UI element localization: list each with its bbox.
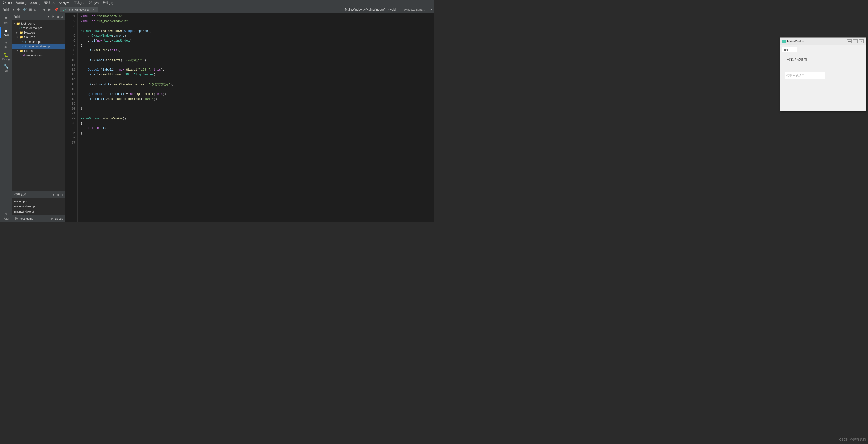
arrow-sources: ▼ [16,36,19,38]
menu-file[interactable]: 文件(F) [2,1,12,5]
arrow-root: ▼ [13,22,16,25]
menu-controls[interactable]: 控件(W) [88,1,99,5]
link-btn[interactable]: 🔗 [22,7,28,12]
sidebar-item-design[interactable]: ✦ 设计 [0,39,12,51]
arrow-forms: ▼ [16,50,19,52]
sidebar-label-help: 帮助 [4,217,9,221]
arrow-headers: ▶ [16,31,19,34]
expand-btn[interactable]: ⊞ [28,7,33,12]
main-layout: ⊞ 欢迎 ■ 编辑 ✦ 设计 🐛 Debug 🔧 项目 ? 帮助 项目 [0,13,434,222]
folder-icon-sources: 📁 [19,35,23,39]
open-doc-mainwindowcpp[interactable]: mainwindow.cpp [12,204,65,209]
panel-collapse-btn[interactable]: □ [60,15,63,19]
pro-icon: ⬡ [19,26,22,30]
sidebar-item-welcome[interactable]: ⊞ 欢迎 [0,15,12,26]
panel-expand-btn[interactable]: ⊞ [56,15,59,19]
project-dropdown-btn[interactable]: ▾ [12,7,16,12]
tree-item-headers[interactable]: ▶ 📁 Headers [12,30,65,35]
tree-item-root[interactable]: ▼ 📁 test_demo [12,21,65,26]
open-doc-label-3: mainwindow.ui [14,210,34,213]
sidebar-item-edit[interactable]: ■ 编辑 [0,27,12,38]
open-doc-label-2: mainwindow.cpp [14,204,36,208]
menu-edit[interactable]: 编辑(E) [16,1,26,5]
menu-help[interactable]: 帮助(H) [103,1,113,5]
tree-label-mainwindowui: mainwindow.ui [26,54,46,57]
sidebar-bottom: ? 帮助 [0,211,12,222]
project-panel-header: 项目 ▾ ⚙ ⊞ □ [12,13,65,20]
sidebar-label-welcome: 欢迎 [4,21,9,25]
sidebar-item-project[interactable]: 🔧 项目 [0,63,12,74]
cpp-icon-mainwindow: C++ [22,44,28,48]
tree-label-root: test_demo [21,22,35,25]
tree-label-sources: Sources [24,35,35,39]
welcome-icon: ⊞ [4,17,8,21]
editor-content[interactable]: 12345 678910 1112131415 1617181920 21222… [65,13,434,222]
open-docs-expand-btn[interactable]: ⊞ [56,193,59,196]
project-label: 项目 [1,7,11,12]
filter-btn[interactable]: ⚙ [16,7,21,12]
tree-label-maincpp: main.cpp [29,40,41,43]
panel-filter-btn[interactable]: ⚙ [51,15,55,19]
project-panel-title: 项目 [14,14,46,19]
sidebar-label-debug: Debug [2,58,10,61]
open-docs-title: 打开文档 [14,192,51,197]
menu-tools[interactable]: 工具(T) [74,1,84,5]
tree-item-pro[interactable]: ⬡ test_demo.pro [12,26,65,30]
tree-label-headers: Headers [24,31,35,34]
back-btn[interactable]: ◀ [42,7,46,12]
file-tree: ▼ 📁 test_demo ⬡ test_demo.pro ▶ 📁 Header… [12,20,65,191]
editor-panel: 12345 678910 1112131415 1617181920 21222… [65,13,434,222]
sidebar-item-help[interactable]: ? 帮助 [0,211,12,222]
tree-item-mainwindowui[interactable]: 🖌 mainwindow.ui [12,53,65,58]
ui-icon: 🖌 [22,54,25,57]
tree-item-mainwindowcpp[interactable]: C++ mainwindow.cpp [12,44,65,49]
toolbar-separator-2 [401,7,401,12]
arrow-icon-bottom: ▶ [52,217,54,220]
encoding-display: Windows (CRLF) [404,8,425,11]
toolbar: 项目 ▾ ⚙ 🔗 ⊞ □ ◀ ▶ 📌 C++ mainwindow.cpp ✕ … [0,6,434,13]
edit-icon: ■ [5,29,8,33]
tree-label-forms: Forms [24,49,33,53]
close-tab-btn[interactable]: ✕ [91,8,95,12]
sidebar-label-project: 项目 [4,69,9,73]
open-doc-maincpp[interactable]: main.cpp [12,199,65,204]
cpp-file-icon: C++ [63,8,68,11]
cpp-icon-main: C++ [22,40,28,43]
tree-label-pro: test_demo.pro [23,26,42,30]
menu-build[interactable]: 构建(B) [30,1,40,5]
pin-btn[interactable]: 📌 [53,7,59,12]
encoding-dropdown-btn[interactable]: ▾ [429,7,433,12]
debug-label-bottom: Debug [55,217,63,220]
line-numbers: 12345 678910 1112131415 1617181920 21222… [65,13,78,222]
open-doc-mainwindowui[interactable]: mainwindow.ui [12,209,65,214]
project-panel: 项目 ▾ ⚙ ⊞ □ ▼ 📁 test_demo ⬡ test_demo.pro [12,13,65,222]
tree-item-sources[interactable]: ▼ 📁 Sources [12,35,65,39]
menu-analyze[interactable]: Analyze [59,1,70,5]
panel-dropdown-btn[interactable]: ▾ [48,15,50,19]
help-icon: ? [5,213,7,217]
code-editor[interactable]: #include "mainwindow.h" #include "ui_mai… [78,13,434,222]
toolbar-separator-1 [39,7,40,12]
folder-icon-forms: 📁 [19,49,23,53]
bottom-debug-section: 🖥 test_demo ▶ Debug [12,215,65,222]
menu-bar: 文件(F) 编辑(E) 构建(B) 调试(D) Analyze 工具(T) 控件… [0,0,434,6]
open-doc-label-1: main.cpp [14,199,27,203]
menu-debug[interactable]: 调试(D) [44,1,55,5]
open-docs-header: 打开文档 ▾ ⊞ □ [12,191,65,198]
collapse-btn[interactable]: □ [33,7,37,12]
open-docs-panel: 打开文档 ▾ ⊞ □ main.cpp mainwindow.cpp mainw… [12,191,65,215]
tree-label-mainwindowcpp: mainwindow.cpp [29,44,52,48]
active-file-tab[interactable]: C++ mainwindow.cpp ✕ [60,7,98,12]
project-icon: 🔧 [4,65,9,69]
open-docs-list: main.cpp mainwindow.cpp mainwindow.ui [12,198,65,215]
tree-item-maincpp[interactable]: C++ main.cpp [12,39,65,44]
debug-icon: 🐛 [4,53,9,57]
project-name-label: test_demo [20,217,33,220]
sidebar-label-design: 设计 [4,45,9,49]
forward-btn[interactable]: ▶ [48,7,52,12]
sidebar-item-debug[interactable]: 🐛 Debug [0,52,12,62]
open-docs-dropdown-btn[interactable]: ▾ [52,193,55,196]
open-docs-collapse-btn[interactable]: □ [60,193,63,196]
breadcrumb-display: MainWindow::~MainWindow() → void [343,8,398,11]
tree-item-forms[interactable]: ▼ 📁 Forms [12,49,65,53]
